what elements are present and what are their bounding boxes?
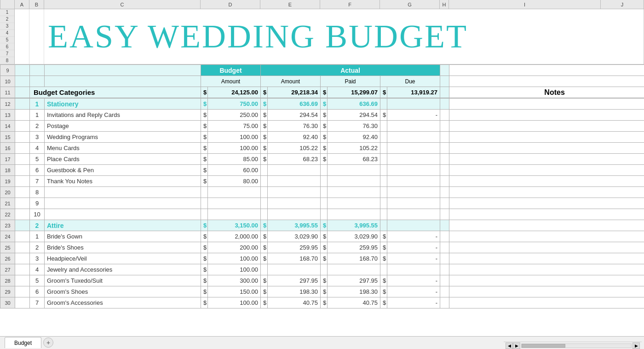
cell-due-dollar — [380, 132, 387, 143]
cell-a — [15, 231, 30, 242]
cell-a — [15, 176, 30, 187]
cell-paid-amount: 294.54 — [328, 110, 380, 121]
rn-17: 17 — [0, 154, 15, 165]
cell-budget-dollar: $ — [201, 99, 208, 110]
col-header-e: E — [260, 0, 320, 9]
cell-actual-amount: 105.22 — [268, 143, 321, 154]
cell-actual-amount — [268, 187, 321, 198]
cell-actual-dollar — [261, 187, 268, 198]
cell-budget-dollar: $ — [201, 220, 208, 231]
cell-name: Bride's Shoes — [45, 242, 201, 253]
cell-due-amount: - — [387, 297, 440, 308]
cell-paid-dollar: $ — [321, 110, 328, 121]
data-table-container[interactable]: 9 Budget Actual 10 — [0, 64, 644, 336]
cell-budget-amount: 3,150.00 — [208, 220, 261, 231]
cell-h — [440, 110, 449, 121]
cell-paid-amount — [328, 209, 380, 220]
actual-header: Actual — [261, 65, 440, 76]
cell-notes — [449, 220, 644, 231]
cell-budget-amount: 2,000.00 — [208, 231, 261, 242]
cell-due-amount — [387, 198, 440, 209]
rn-19: 19 — [0, 176, 15, 187]
rn-23: 23 — [0, 220, 15, 231]
cell-actual-dollar: $ — [261, 154, 268, 165]
col-header-c: C — [44, 0, 201, 9]
cell-name: Headpiece/Veil — [45, 253, 201, 264]
cell-due-dollar — [380, 121, 387, 132]
cell-paid-dollar: $ — [321, 231, 328, 242]
cell-num: 7 — [30, 176, 45, 187]
row-num-2: 2 — [0, 16, 14, 23]
cell-notes — [449, 242, 644, 253]
row-num-4: 4 — [0, 30, 14, 37]
scroll-left-arrow[interactable]: ◀ — [506, 343, 513, 349]
cell-paid-amount: 3,029.90 — [328, 231, 380, 242]
cell-actual-amount — [268, 198, 321, 209]
cell-a — [15, 121, 30, 132]
scroll-thumb — [522, 344, 565, 348]
cell-notes — [449, 110, 644, 121]
cell-a — [15, 99, 30, 110]
cell-name: Stationery — [45, 99, 201, 110]
cell-due-amount — [387, 187, 440, 198]
rn-25: 25 — [0, 242, 15, 253]
cell-budget-dollar: $ — [201, 264, 208, 275]
cell-actual-amount — [268, 209, 321, 220]
cell-due-amount — [387, 154, 440, 165]
cell-a — [15, 143, 30, 154]
cell-actual-dollar — [261, 198, 268, 209]
cell-actual-dollar: $ — [261, 253, 268, 264]
table-header-row1: 9 Budget Actual — [0, 65, 644, 76]
cell-paid-amount — [328, 165, 380, 176]
grid-area: 1 2 3 4 5 6 7 8 EASY WEDDING BUDGET — [0, 9, 644, 336]
cell-due-amount: - — [387, 231, 440, 242]
cell-notes — [449, 264, 644, 275]
cell-actual-dollar — [261, 209, 268, 220]
cell-due-dollar — [380, 154, 387, 165]
h3-empty-h — [440, 87, 449, 98]
column-header-row: A B C D E F G H I J — [0, 0, 644, 9]
table-row: 263Headpiece/Veil$100.00$168.70$168.70$- — [0, 253, 644, 264]
budget-tab[interactable]: Budget — [5, 337, 41, 348]
table-row: 197Thank You Notes$80.00 — [0, 176, 644, 187]
scroll-right-end[interactable]: ▶ — [632, 343, 640, 349]
title-text: EASY WEDDING BUDGET — [48, 17, 468, 56]
col-header-rownum — [0, 0, 15, 9]
add-tab-button[interactable]: + — [43, 337, 53, 348]
budget-table: 9 Budget Actual 10 — [0, 64, 644, 98]
notes-label: Notes — [449, 87, 644, 98]
scroll-track[interactable] — [521, 343, 632, 348]
cell-paid-amount — [328, 198, 380, 209]
cell-name: Groom's Tuxedo/Suit — [45, 275, 201, 286]
cell-a — [15, 132, 30, 143]
table-row: 164Menu Cards$100.00$105.22$105.22 — [0, 143, 644, 154]
cell-actual-dollar: $ — [261, 143, 268, 154]
table-row: 307Groom's Accessories$100.00$40.75$40.7… — [0, 297, 644, 308]
cell-num: 1 — [30, 99, 45, 110]
cell-paid-dollar: $ — [321, 132, 328, 143]
cell-h — [440, 143, 449, 154]
cell-notes — [449, 99, 644, 110]
cell-budget-amount: 250.00 — [208, 110, 261, 121]
rn-28: 28 — [0, 275, 15, 286]
cell-due-amount — [387, 99, 440, 110]
col-header-g: G — [380, 0, 440, 9]
h2-empty-a — [15, 76, 30, 87]
tab-bar: Budget + ◀ ▶ ▶ — [0, 336, 644, 349]
cell-h — [440, 121, 449, 132]
cell-budget-dollar: $ — [201, 242, 208, 253]
cell-budget-amount: 300.00 — [208, 275, 261, 286]
cell-budget-amount: 750.00 — [208, 99, 261, 110]
cell-notes — [449, 187, 644, 198]
cell-actual-dollar: $ — [261, 242, 268, 253]
cell-paid-dollar — [321, 187, 328, 198]
cell-budget-dollar: $ — [201, 286, 208, 297]
cell-paid-dollar — [321, 209, 328, 220]
cell-actual-amount — [268, 176, 321, 187]
col-header-i: I — [449, 0, 601, 9]
cell-num: 5 — [30, 275, 45, 286]
cell-budget-amount: 75.00 — [208, 121, 261, 132]
actual-paid-header: Paid — [321, 76, 380, 87]
cell-due-dollar — [380, 209, 387, 220]
scroll-right-arrow[interactable]: ▶ — [513, 343, 520, 349]
